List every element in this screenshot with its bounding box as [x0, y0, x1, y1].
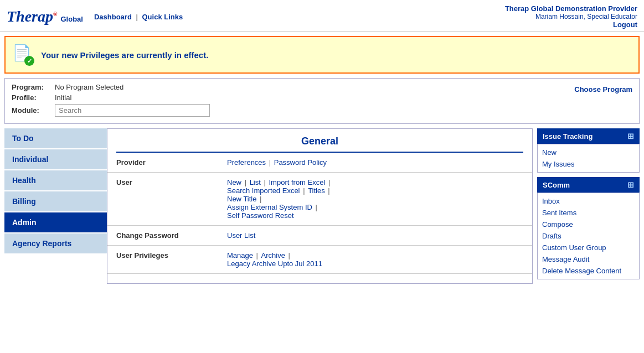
user-new-title-link[interactable]: New Title [227, 195, 256, 203]
pipe: | [264, 178, 268, 186]
sidebar-link-admin[interactable]: Admin [12, 218, 37, 227]
table-row: Provider Preferences | Password Policy [107, 153, 532, 173]
scomm-header: SComm ⊞ [537, 177, 640, 193]
program-label: Program: [12, 83, 50, 91]
pipe: | [288, 251, 290, 259]
program-bar: Program: No Program Selected Profile: In… [4, 78, 640, 124]
provider-password-policy-link[interactable]: Password Policy [274, 158, 327, 167]
issue-my-issues-link[interactable]: My Issues [542, 158, 635, 170]
row-label-change-password: Change Password [107, 226, 218, 246]
user-new-link[interactable]: New [227, 178, 241, 186]
row-links-user-privileges: Manage | Archive | Legacy Archive Upto J… [218, 246, 532, 274]
provider-preferences-link[interactable]: Preferences [227, 158, 266, 167]
scomm-section: SComm ⊞ Inbox Sent Items Compose Drafts … [537, 177, 640, 279]
header: Therap® Global Dashboard | Quick Links T… [0, 0, 644, 32]
scomm-drafts-link[interactable]: Drafts [542, 230, 635, 242]
sidebar-link-agency-reports[interactable]: Agency Reports [12, 239, 71, 248]
program-left: Program: No Program Selected Profile: In… [12, 83, 574, 119]
user-list-link[interactable]: List [250, 178, 261, 186]
logo-area: Therap® Global Dashboard | Quick Links [7, 8, 183, 25]
banner-text: Your new Privileges are currently in eff… [41, 50, 208, 60]
profile-label: Profile: [12, 94, 50, 102]
user-self-password-link[interactable]: Self Password Reset [227, 211, 294, 220]
sidebar-item-todo[interactable]: To Do [4, 128, 107, 149]
nav-sep: | [136, 13, 137, 21]
pipe: | [328, 178, 330, 186]
user-name: Mariam Hossain, Special Educator [505, 13, 637, 20]
program-top-row: Program: No Program Selected Profile: In… [12, 83, 632, 119]
scomm-message-audit-link[interactable]: Message Audit [542, 253, 635, 265]
nav-bar-inline: Dashboard | Quick Links [94, 13, 183, 21]
sidebar-item-agency-reports[interactable]: Agency Reports [4, 233, 107, 255]
sidebar-item-admin[interactable]: Admin [4, 212, 107, 233]
center-content: General Provider Preferences | Password … [107, 128, 533, 284]
pipe: | [303, 186, 307, 195]
logout-link[interactable]: Logout [613, 20, 637, 29]
pipe: | [316, 203, 317, 211]
user-titles-link[interactable]: Titles [308, 186, 325, 195]
grid-icon: ⊞ [627, 132, 634, 141]
issue-tracking-links: New My Issues [537, 144, 640, 173]
user-assign-external-link[interactable]: Assign External System ID [227, 203, 312, 211]
issue-tracking-section: Issue Tracking ⊞ New My Issues [537, 128, 640, 173]
row-label-provider: Provider [107, 153, 218, 173]
scomm-title: SComm [543, 181, 570, 189]
sidebar-link-individual[interactable]: Individual [12, 155, 48, 164]
table-row: Change Password User List [107, 226, 532, 246]
row-label-user: User [107, 173, 218, 226]
header-right: Therap Global Demonstration Provider Mar… [505, 4, 637, 29]
row-links-provider: Preferences | Password Policy [218, 153, 532, 173]
sidebar-item-billing[interactable]: Billing [4, 191, 107, 212]
sidebar-link-health[interactable]: Health [12, 176, 36, 185]
table-row: User Privileges Manage | Archive | Legac… [107, 246, 532, 274]
main-layout: To Do Individual Health Billing Admin Ag… [4, 128, 640, 284]
check-icon: ✓ [24, 56, 34, 66]
nav-dashboard-link[interactable]: Dashboard [94, 13, 132, 21]
pipe: | [245, 178, 249, 186]
program-value: No Program Selected [55, 83, 123, 91]
module-label: Module: [12, 106, 50, 115]
scomm-sent-items-link[interactable]: Sent Items [542, 207, 635, 219]
banner-icon: 📄 ✓ [12, 44, 34, 66]
sidebar-item-health[interactable]: Health [4, 170, 107, 191]
module-row: Module: [12, 104, 574, 117]
module-search-input[interactable] [55, 104, 210, 117]
logo: Therap® Global [7, 8, 83, 25]
profile-value: Initial [55, 94, 71, 102]
privileges-archive-link[interactable]: Archive [261, 251, 285, 259]
issue-tracking-title: Issue Tracking [543, 132, 593, 141]
program-row: Program: No Program Selected [12, 83, 574, 91]
row-links-user: New | List | Import from Excel | Search … [218, 173, 532, 226]
scomm-custom-user-group-link[interactable]: Custom User Group [542, 242, 635, 253]
row-label-user-privileges: User Privileges [107, 246, 218, 274]
scomm-inbox-link[interactable]: Inbox [542, 195, 635, 207]
privilege-banner: 📄 ✓ Your new Privileges are currently in… [4, 36, 640, 74]
grid-icon-scomm: ⊞ [627, 180, 634, 189]
provider-name: Therap Global Demonstration Provider [505, 4, 637, 13]
choose-program-link[interactable]: Choose Program [574, 83, 632, 94]
pipe: | [256, 251, 260, 259]
sidebar: To Do Individual Health Billing Admin Ag… [4, 128, 107, 284]
nav-quicklinks-link[interactable]: Quick Links [142, 13, 183, 21]
sidebar-item-individual[interactable]: Individual [4, 149, 107, 170]
issue-new-link[interactable]: New [542, 147, 635, 158]
user-search-imported-link[interactable]: Search Imported Excel [227, 186, 300, 195]
sidebar-link-billing[interactable]: Billing [12, 197, 36, 206]
change-password-user-list-link[interactable]: User List [227, 231, 255, 240]
pipe: | [260, 195, 261, 203]
issue-tracking-header: Issue Tracking ⊞ [537, 128, 640, 144]
sidebar-link-todo[interactable]: To Do [12, 134, 34, 143]
logo-global: Global [60, 15, 83, 23]
pipe: | [328, 186, 329, 195]
row-links-change-password: User List [218, 226, 532, 246]
scomm-links: Inbox Sent Items Compose Drafts Custom U… [537, 193, 640, 279]
right-panel: Issue Tracking ⊞ New My Issues SComm ⊞ I… [537, 128, 640, 284]
profile-row: Profile: Initial [12, 94, 574, 102]
scomm-delete-message-link[interactable]: Delete Message Content [542, 265, 635, 277]
user-import-excel-link[interactable]: Import from Excel [269, 178, 326, 186]
table-row: User New | List | Import from Excel | Se… [107, 173, 532, 226]
pipe-1: | [269, 158, 273, 167]
privileges-legacy-archive-link[interactable]: Legacy Archive Upto Jul 2011 [227, 259, 322, 268]
privileges-manage-link[interactable]: Manage [227, 251, 253, 259]
scomm-compose-link[interactable]: Compose [542, 219, 635, 230]
